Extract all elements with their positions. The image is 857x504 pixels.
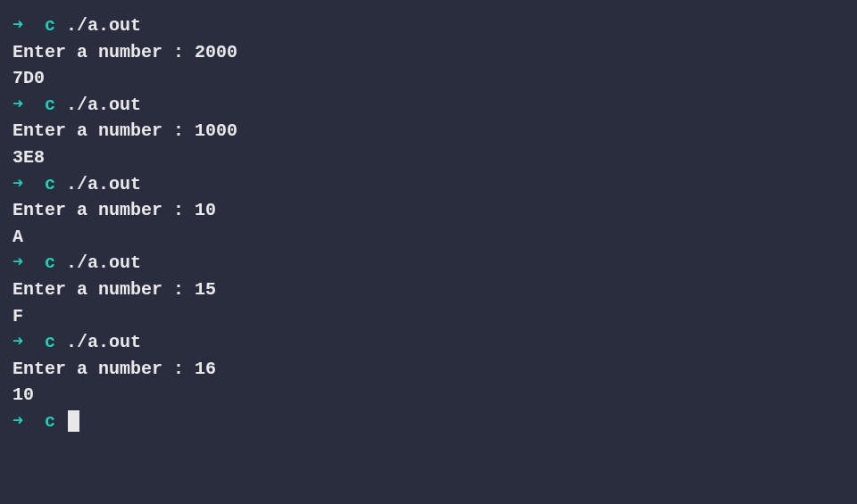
prompt-dir: c <box>45 332 55 352</box>
cursor <box>68 410 79 432</box>
command: ./a.out <box>66 95 141 115</box>
prompt-line[interactable]: ➜ c <box>12 409 845 435</box>
prompt-label: Enter a number : <box>12 279 195 300</box>
prompt-line: ➜ c ./a.out <box>12 329 845 356</box>
user-input: 15 <box>195 279 216 300</box>
output-line: Enter a number : 1000 <box>12 118 845 145</box>
prompt-arrow: ➜ <box>12 95 23 115</box>
prompt-label: Enter a number : <box>12 359 195 379</box>
prompt-dir: c <box>45 174 55 194</box>
output-line: F <box>12 303 845 330</box>
prompt-line: ➜ c ./a.out <box>12 250 845 277</box>
prompt-dir: c <box>45 411 55 432</box>
prompt-dir: c <box>45 15 55 36</box>
user-input: 2000 <box>195 42 237 62</box>
prompt-line: ➜ c ./a.out <box>12 92 845 119</box>
prompt-arrow: ➜ <box>12 252 23 273</box>
result: F <box>12 306 23 326</box>
prompt-dir: c <box>45 95 55 115</box>
user-input: 1000 <box>195 120 237 141</box>
prompt-label: Enter a number : <box>12 120 195 141</box>
prompt-arrow: ➜ <box>12 174 23 194</box>
prompt-label: Enter a number : <box>12 200 195 220</box>
result: 7D0 <box>12 68 45 88</box>
terminal[interactable]: ➜ c ./a.out Enter a number : 2000 7D0 ➜ … <box>12 12 845 435</box>
prompt-line: ➜ c ./a.out <box>12 12 845 39</box>
output-line: 10 <box>12 382 845 409</box>
output-line: Enter a number : 2000 <box>12 39 845 66</box>
command: ./a.out <box>66 252 141 273</box>
prompt-dir: c <box>45 252 55 273</box>
prompt-label: Enter a number : <box>12 42 195 62</box>
result: A <box>12 227 23 247</box>
prompt-line: ➜ c ./a.out <box>12 171 845 198</box>
result: 10 <box>12 384 34 405</box>
output-line: 3E8 <box>12 145 845 171</box>
output-line: Enter a number : 10 <box>12 197 845 224</box>
output-line: A <box>12 224 845 251</box>
user-input: 10 <box>195 200 216 220</box>
output-line: Enter a number : 15 <box>12 277 845 303</box>
output-line: Enter a number : 16 <box>12 356 845 383</box>
prompt-arrow: ➜ <box>12 411 23 432</box>
prompt-arrow: ➜ <box>12 15 23 36</box>
command: ./a.out <box>66 332 141 352</box>
result: 3E8 <box>12 147 45 168</box>
user-input: 16 <box>195 359 216 379</box>
output-line: 7D0 <box>12 65 845 92</box>
command: ./a.out <box>66 15 141 36</box>
prompt-arrow: ➜ <box>12 332 23 352</box>
command: ./a.out <box>66 174 141 194</box>
